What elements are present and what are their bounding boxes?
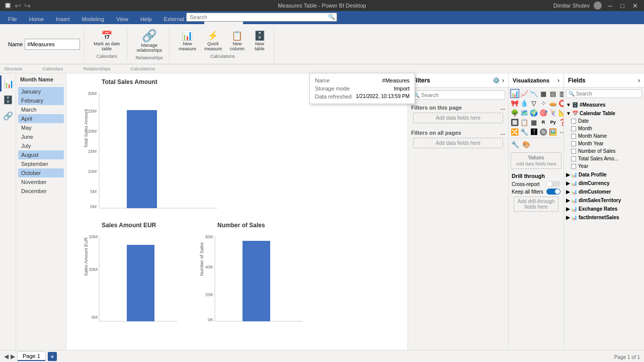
global-search-input[interactable] — [186, 13, 337, 22]
name-input[interactable] — [25, 39, 80, 50]
viz-map-icon[interactable]: 🗺️ — [520, 108, 529, 117]
field-group-exchange-rates: ▶ 📊 Exchange Rates — [564, 205, 644, 213]
sales-eur-title: Sales Amount EUR — [102, 222, 182, 229]
field-group-calendar-table: ▼ 📅 Calendar Table Date Month Month Name… — [564, 110, 644, 170]
viz-values-area[interactable]: Values Add data fields here — [511, 152, 561, 169]
fields-expand-icon[interactable]: › — [638, 77, 640, 84]
viz-line-icon[interactable]: 📈 — [520, 89, 529, 98]
tab-modeling[interactable]: Modeling — [76, 14, 111, 24]
drill-keep-toggle[interactable] — [546, 189, 560, 195]
field-group-header-6[interactable]: ▶ 📊 Exchange Rates — [564, 205, 644, 213]
field-group-header-2[interactable]: ▶ 📊 Data Profile — [564, 171, 644, 178]
page-prev-btn[interactable]: ◀ — [4, 353, 9, 360]
minimize-btn[interactable]: ─ — [606, 2, 614, 10]
viz-decomp-icon[interactable]: 🔀 — [510, 127, 519, 136]
month-item-august[interactable]: August — [18, 150, 64, 159]
filters-all-pages-label: Filters on all pages — [411, 130, 461, 136]
mark-as-date-btn[interactable]: 📅 Mark as datetable — [91, 30, 123, 53]
viz-ribbon-icon[interactable]: 🎀 — [510, 99, 519, 108]
viz-area-icon[interactable]: 📉 — [529, 89, 538, 98]
viz-treemap-icon[interactable]: 🌳 — [510, 108, 519, 117]
filters-settings-icon[interactable]: ⚙️ — [493, 77, 500, 84]
month-item-may[interactable]: May — [18, 123, 64, 132]
field-group-header-1[interactable]: ▼ 📅 Calendar Table — [564, 110, 644, 117]
filters-add-all-pages[interactable]: Add data fields here — [413, 138, 503, 148]
fields-search-input[interactable] — [576, 91, 639, 97]
manage-relationships-btn[interactable]: 🔗 Managerelationships — [133, 28, 165, 54]
drill-keep-all-row: Keep all filters — [512, 189, 560, 195]
drill-add-fields[interactable]: Add drill-through fields here — [514, 197, 558, 212]
field-group-header-4[interactable]: ▶ 📊 dimCustomer — [564, 188, 644, 196]
page-1-tab[interactable]: Page 1 — [17, 351, 46, 361]
viz-pct-icon[interactable]: ▤ — [548, 89, 557, 98]
filters-search-input[interactable] — [421, 92, 503, 98]
filters-add-this-page[interactable]: Add data fields here — [413, 113, 503, 123]
field-item-date[interactable]: Date — [564, 117, 644, 125]
new-column-btn[interactable]: 📋 Newcolumn — [227, 30, 248, 53]
page-add-btn[interactable]: + — [48, 352, 57, 361]
tab-file[interactable]: File — [2, 14, 23, 24]
viz-build-tab[interactable]: 🔧 — [510, 139, 520, 149]
viz-gauge-icon[interactable]: 🎯 — [539, 108, 548, 117]
new-table-btn[interactable]: 🗄️ Newtable — [250, 30, 270, 53]
viz-bar-icon[interactable]: 📊 — [510, 89, 519, 98]
drill-cross-track[interactable] — [546, 181, 560, 187]
month-item-october[interactable]: October — [18, 168, 64, 177]
viz-r-icon[interactable]: R — [539, 118, 548, 127]
maximize-btn[interactable]: □ — [618, 2, 626, 10]
field-item-month[interactable]: Month — [564, 125, 644, 132]
drill-keep-track[interactable] — [546, 189, 560, 195]
viz-button-icon[interactable]: 🔘 — [539, 127, 548, 136]
field-group-header-3[interactable]: ▶ 📊 dimCurrency — [564, 179, 644, 187]
field-item-total-sales-amo...[interactable]: Total Sales Amo... — [564, 155, 644, 162]
viz-expand-icon[interactable]: › — [557, 77, 559, 84]
viz-build-icon[interactable]: 🔧 — [520, 127, 529, 136]
month-item-september[interactable]: September — [18, 159, 64, 168]
field-group-header-0[interactable]: ▼ 🗄️ #Measures — [564, 101, 644, 109]
tab-help[interactable]: Help — [134, 14, 158, 24]
field-group-header-7[interactable]: ▶ 📊 factInternetSales — [564, 214, 644, 221]
tab-home[interactable]: Home — [23, 14, 50, 24]
new-measure-btn[interactable]: 📊 Newmeasure — [176, 30, 199, 53]
close-btn[interactable]: ✕ — [630, 2, 640, 10]
ribbon-relationships-section: 🔗 Managerelationships Relationships — [129, 27, 170, 62]
field-item-number-of-sales[interactable]: Number of Sales — [564, 147, 644, 155]
viz-pie-icon[interactable]: 🥧 — [548, 99, 557, 108]
tab-insert[interactable]: Insert — [50, 14, 76, 24]
field-item-month-year[interactable]: Month Year — [564, 140, 644, 147]
month-item-april[interactable]: April — [18, 114, 64, 123]
viz-waterfall-icon[interactable]: 💧 — [520, 99, 529, 108]
viz-textbox-icon[interactable]: 🆃 — [529, 127, 538, 136]
viz-py-icon[interactable]: Py — [548, 118, 557, 127]
viz-shape-icon[interactable]: 🌍 — [529, 108, 538, 117]
quick-measure-btn[interactable]: ⚡ Quickmeasure — [201, 30, 225, 53]
viz-table-icon[interactable]: 📋 — [520, 118, 529, 127]
viz-scatter-icon[interactable]: ⁘ — [539, 99, 548, 108]
month-item-january[interactable]: January — [18, 87, 64, 96]
data-nav-icon[interactable]: 🗄️ — [0, 92, 16, 108]
tab-view[interactable]: View — [110, 14, 134, 24]
month-item-november[interactable]: November — [18, 177, 64, 187]
viz-format-tab[interactable]: 🎨 — [521, 139, 531, 149]
viz-slicer-icon[interactable]: 🔲 — [510, 118, 519, 127]
filters-all-pages-more[interactable]: ... — [501, 130, 505, 136]
field-item-year[interactable]: Year — [564, 162, 644, 170]
viz-stacked-icon[interactable]: ▦ — [539, 89, 548, 98]
filters-expand-icon[interactable]: › — [502, 77, 504, 84]
month-item-march[interactable]: March — [18, 105, 64, 114]
field-item-month-name[interactable]: Month Name — [564, 132, 644, 140]
month-item-december[interactable]: December — [18, 187, 64, 196]
model-nav-icon[interactable]: 🔗 — [0, 108, 16, 124]
filters-this-page-more[interactable]: ... — [501, 105, 505, 111]
field-group-header-5[interactable]: ▶ 📊 dimSalesTerritory — [564, 197, 644, 204]
page-next-btn[interactable]: ▶ — [11, 353, 15, 360]
month-item-february[interactable]: February — [18, 96, 64, 105]
viz-card-icon[interactable]: 🃏 — [548, 108, 557, 117]
viz-funnel-icon[interactable]: ▽ — [529, 99, 538, 108]
drill-cross-toggle[interactable] — [546, 181, 560, 187]
month-item-june[interactable]: June — [18, 132, 64, 141]
viz-image-icon[interactable]: 🖼️ — [548, 127, 557, 136]
viz-matrix-icon[interactable]: ▦ — [529, 118, 538, 127]
report-nav-icon[interactable]: 📊 — [0, 75, 16, 92]
month-item-july[interactable]: July — [18, 141, 64, 150]
